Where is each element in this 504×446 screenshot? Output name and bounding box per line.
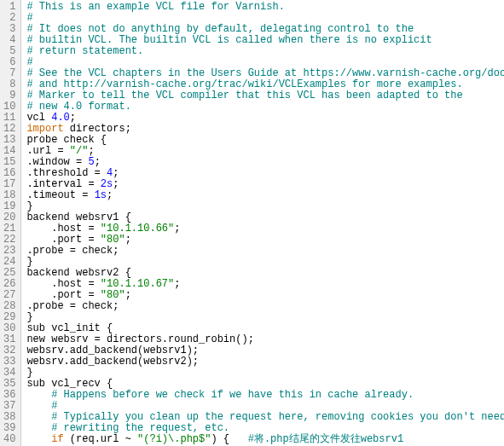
code-line[interactable]: # new 4.0 format. <box>26 101 504 113</box>
code-line[interactable]: if (req.url ~ "(?i)\.php$") { #将.php结尾的文… <box>26 434 504 445</box>
code-line[interactable]: # This is an example VCL file for Varnis… <box>26 2 504 13</box>
code-line[interactable]: probe check { <box>26 135 504 146</box>
code-line[interactable]: websrv.add_backend(websrv2); <box>26 356 504 368</box>
code-editor[interactable]: # This is an example VCL file for Varnis… <box>21 0 504 446</box>
code-line[interactable]: .probe = check; <box>26 246 504 257</box>
code-line[interactable]: # return statement. <box>26 46 504 57</box>
line-number-gutter: 1234567891011121314151617181920212223242… <box>0 0 21 446</box>
code-line[interactable]: .timeout = 1s; <box>26 190 504 201</box>
code-line[interactable]: # Happens before we check if we have thi… <box>26 390 504 401</box>
code-line[interactable]: .probe = check; <box>26 301 504 312</box>
line-number: 40 <box>3 434 15 445</box>
